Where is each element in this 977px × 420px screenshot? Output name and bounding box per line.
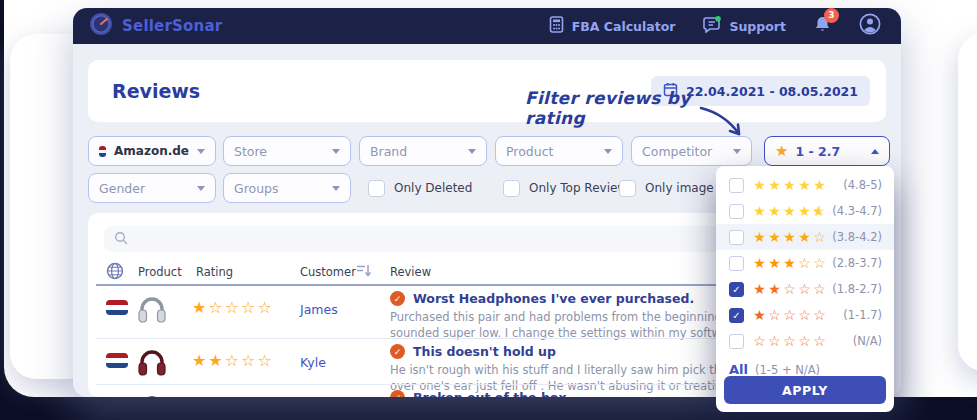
- rating-all-link[interactable]: All: [729, 362, 748, 377]
- only-top-reviews-checkbox[interactable]: Only Top Reviews: [503, 173, 633, 203]
- rating-option-range: (4.8-5): [843, 178, 882, 192]
- rating-option-stars: ★★★★★: [752, 177, 827, 193]
- sort-icon[interactable]: [356, 263, 372, 281]
- rating-option-checkbox[interactable]: [729, 178, 744, 193]
- checkbox-icon[interactable]: [368, 180, 385, 197]
- groups-select-label: Groups: [234, 181, 279, 196]
- rating-select[interactable]: ★ 1 - 2.7: [764, 136, 890, 166]
- rating-option-checkbox[interactable]: ✓: [729, 282, 744, 297]
- rating-option-row[interactable]: ✓★★☆☆☆(1.8-2.7): [716, 276, 894, 302]
- rating-option-row[interactable]: ✓★☆☆☆☆(1-1.7): [716, 302, 894, 328]
- product-select[interactable]: Product: [495, 136, 623, 166]
- support-label: Support: [729, 19, 786, 34]
- chevron-down-icon: [604, 149, 612, 154]
- customer-name-link[interactable]: James: [300, 302, 338, 317]
- column-header-product[interactable]: Product: [138, 265, 182, 279]
- support-link[interactable]: Support: [703, 16, 786, 36]
- support-chat-icon: [703, 16, 721, 36]
- decorative-card-right: [958, 33, 977, 371]
- chevron-down-icon: [332, 186, 340, 191]
- rating-option-checkbox[interactable]: [729, 204, 744, 219]
- rating-option-stars: ★★★★☆★: [752, 203, 827, 219]
- rating-option-checkbox[interactable]: ✓: [729, 308, 744, 323]
- rating-option-row[interactable]: ★★★★★(4.8-5): [716, 172, 894, 198]
- store-select-label: Store: [234, 144, 267, 159]
- star-icon: ★: [775, 144, 788, 159]
- verified-check-icon: ✓: [390, 344, 405, 359]
- rating-filter-dropdown: ★★★★★(4.8-5)★★★★☆★(4.3-4.7)★★★★☆(3.8-4.2…: [716, 166, 894, 412]
- review-rating-stars: ★★☆☆☆: [192, 351, 274, 370]
- profile-icon: [859, 13, 881, 39]
- chevron-down-icon: [197, 186, 205, 191]
- apply-button[interactable]: APPLY: [724, 376, 886, 404]
- product-select-label: Product: [506, 144, 553, 159]
- rating-option-row[interactable]: ☆☆☆☆☆(N/A): [716, 328, 894, 354]
- rating-option-stars: ★★★★☆: [752, 229, 827, 245]
- product-image[interactable]: [134, 389, 170, 397]
- rating-all-sublabel: (1-5 + N/A): [755, 363, 820, 377]
- sonar-logo-icon: [89, 12, 113, 40]
- rating-option-stars: ★☆☆☆☆: [752, 307, 827, 323]
- column-header-rating[interactable]: Rating: [196, 265, 233, 279]
- rating-option-stars: ☆☆☆☆☆: [752, 333, 827, 349]
- rating-option-row[interactable]: ★★★★☆(3.8-4.2): [716, 224, 894, 250]
- chevron-down-icon: [468, 149, 476, 154]
- chevron-up-icon: [871, 149, 879, 154]
- rating-select-value: 1 - 2.7: [795, 144, 840, 159]
- gender-select-label: Gender: [99, 181, 145, 196]
- only-deleted-checkbox[interactable]: Only Deleted: [368, 173, 472, 203]
- rating-option-range: (4.3-4.7): [832, 204, 882, 218]
- globe-icon: [106, 262, 124, 283]
- rating-option-checkbox[interactable]: [729, 256, 744, 271]
- rating-option-checkbox[interactable]: [729, 230, 744, 245]
- netherlands-flag-icon: [106, 300, 128, 315]
- rating-option-range: (1-1.7): [843, 308, 882, 322]
- column-header-customer[interactable]: Customer: [300, 265, 356, 279]
- profile-button[interactable]: [859, 13, 881, 39]
- rating-option-stars: ★★☆☆☆: [752, 281, 827, 297]
- rating-option-range: (N/A): [853, 334, 882, 348]
- column-header-review[interactable]: Review: [390, 265, 431, 279]
- product-image[interactable]: [134, 343, 170, 383]
- netherlands-flag-icon: [106, 353, 128, 368]
- rating-option-range: (1.8-2.7): [832, 282, 882, 296]
- marketplace-select[interactable]: Amazon.de: [88, 136, 216, 166]
- brand-select-label: Brand: [370, 144, 407, 159]
- review-title: This doesn't hold up: [413, 344, 556, 359]
- only-top-reviews-label: Only Top Reviews: [529, 181, 633, 195]
- chevron-down-icon: [332, 149, 340, 154]
- brand-select[interactable]: Brand: [359, 136, 487, 166]
- rating-option-row[interactable]: ★★★☆☆(2.8-3.7): [716, 250, 894, 276]
- netherlands-flag-icon: [99, 146, 106, 157]
- fba-calculator-link[interactable]: FBA Calculator: [549, 16, 676, 36]
- rating-option-row[interactable]: ★★★★☆★(4.3-4.7): [716, 198, 894, 224]
- rating-option-range: (2.8-3.7): [832, 256, 882, 270]
- gender-select[interactable]: Gender: [88, 173, 216, 203]
- notifications-button[interactable]: 3: [814, 15, 831, 38]
- rating-option-stars: ★★★☆☆: [752, 255, 827, 271]
- rating-option-checkbox[interactable]: [729, 334, 744, 349]
- review-rating-stars: ★☆☆☆☆: [192, 298, 274, 317]
- chevron-down-icon: [197, 149, 205, 154]
- calculator-icon: [549, 16, 564, 36]
- page-header-panel: Reviews 22.04.2021 - 08.05.2021: [88, 60, 886, 122]
- brand-logo[interactable]: SellerSonar: [89, 12, 222, 40]
- only-deleted-label: Only Deleted: [394, 181, 472, 195]
- chevron-down-icon: [733, 149, 741, 154]
- product-image[interactable]: [134, 290, 170, 330]
- annotation-arrow: [695, 102, 753, 146]
- verified-check-icon: ✓: [390, 291, 405, 306]
- review-title: Worst Headphones I've ever purchased.: [413, 291, 694, 306]
- checkbox-icon[interactable]: [619, 180, 636, 197]
- customer-name-link[interactable]: Kyle: [300, 355, 326, 370]
- checkbox-icon[interactable]: [503, 180, 520, 197]
- brand-name: SellerSonar: [122, 17, 222, 35]
- marketplace-value: Amazon.de: [114, 144, 189, 158]
- rating-option-range: (3.8-4.2): [832, 230, 882, 244]
- store-select[interactable]: Store: [223, 136, 351, 166]
- page-background: { "navbar": { "brand": "SellerSonar", "f…: [0, 0, 977, 420]
- groups-select[interactable]: Groups: [223, 173, 351, 203]
- rating-all-row: All (1-5 + N/A): [716, 354, 894, 377]
- page-title: Reviews: [112, 80, 200, 102]
- notification-badge: 3: [824, 8, 839, 23]
